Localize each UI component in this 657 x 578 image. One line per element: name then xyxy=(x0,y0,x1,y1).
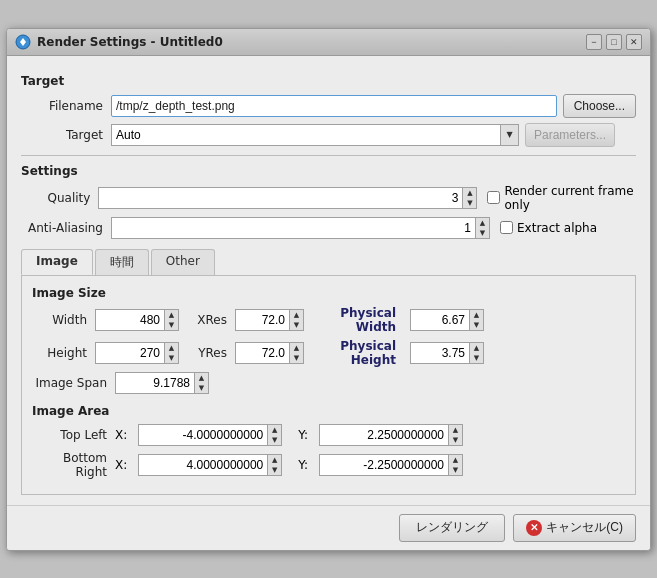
extract-alpha-checkbox[interactable] xyxy=(500,221,513,234)
image-span-up-button[interactable]: ▲ xyxy=(195,373,208,383)
phys-width-input[interactable] xyxy=(410,309,470,331)
xres-spinner-buttons: ▲ ▼ xyxy=(290,309,304,331)
quality-down-button[interactable]: ▼ xyxy=(463,198,476,208)
bottom-right-y-down-button[interactable]: ▼ xyxy=(449,465,462,475)
top-left-x-input[interactable] xyxy=(138,424,268,446)
xres-up-button[interactable]: ▲ xyxy=(290,310,303,320)
yres-input[interactable] xyxy=(235,342,290,364)
target-section-label: Target xyxy=(21,74,636,88)
top-left-x-spinner: ▲ ▼ xyxy=(138,424,282,446)
quality-input[interactable] xyxy=(98,187,463,209)
height-label: Height xyxy=(32,346,87,360)
image-area-label: Image Area xyxy=(32,404,625,418)
image-span-spinner: ▲ ▼ xyxy=(115,372,209,394)
top-left-y-spinner-buttons: ▲ ▼ xyxy=(449,424,463,446)
parameters-button[interactable]: Parameters... xyxy=(525,123,615,147)
tabs-row: Image 時間 Other xyxy=(21,249,636,276)
target-combo-input[interactable] xyxy=(111,124,501,146)
cancel-label: キャンセル(C) xyxy=(546,519,623,536)
filename-input[interactable] xyxy=(111,95,557,117)
xres-label: XRes xyxy=(187,313,227,327)
width-up-button[interactable]: ▲ xyxy=(165,310,178,320)
bottom-right-x-spinner: ▲ ▼ xyxy=(138,454,282,476)
bottom-right-x-input[interactable] xyxy=(138,454,268,476)
top-left-y-input[interactable] xyxy=(319,424,449,446)
tab-image[interactable]: Image xyxy=(21,249,93,275)
divider-1 xyxy=(21,155,636,156)
phys-height-spinner: ▲ ▼ xyxy=(410,342,484,364)
width-input[interactable] xyxy=(95,309,165,331)
xres-input[interactable] xyxy=(235,309,290,331)
phys-height-spinner-buttons: ▲ ▼ xyxy=(470,342,484,364)
bottom-right-x-up-button[interactable]: ▲ xyxy=(268,455,281,465)
render-frame-checkbox-wrap[interactable]: Render current frame only xyxy=(487,184,636,212)
quality-spinner-buttons: ▲ ▼ xyxy=(463,187,477,209)
render-frame-checkbox[interactable] xyxy=(487,191,500,204)
anti-alias-input[interactable] xyxy=(111,217,476,239)
quality-row: Quality ▲ ▼ Render current frame only xyxy=(21,184,636,212)
anti-alias-up-button[interactable]: ▲ xyxy=(476,218,489,228)
yres-spinner-buttons: ▲ ▼ xyxy=(290,342,304,364)
top-left-y-down-button[interactable]: ▼ xyxy=(449,435,462,445)
phys-height-down-button[interactable]: ▼ xyxy=(470,353,483,363)
bottom-right-y-label: Y: xyxy=(298,458,308,472)
tab-other[interactable]: Other xyxy=(151,249,215,275)
phys-width-spinner: ▲ ▼ xyxy=(410,309,484,331)
target-combo-arrow[interactable]: ▼ xyxy=(501,124,519,146)
top-left-x-up-button[interactable]: ▲ xyxy=(268,425,281,435)
phys-height-up-button[interactable]: ▲ xyxy=(470,343,483,353)
phys-height-input[interactable] xyxy=(410,342,470,364)
height-input[interactable] xyxy=(95,342,165,364)
footer: レンダリング ✕ キャンセル(C) xyxy=(7,505,650,550)
xres-down-button[interactable]: ▼ xyxy=(290,320,303,330)
height-spinner-buttons: ▲ ▼ xyxy=(165,342,179,364)
bottom-right-row: Bottom Right X: ▲ ▼ Y: xyxy=(32,451,625,479)
phys-width-up-button[interactable]: ▲ xyxy=(470,310,483,320)
phys-width-down-button[interactable]: ▼ xyxy=(470,320,483,330)
filename-label: Filename xyxy=(21,99,111,113)
phys-width-label: Physical Width xyxy=(312,306,402,334)
image-area-section: Image Area Top Left X: ▲ ▼ Y: xyxy=(32,404,625,479)
yres-up-button[interactable]: ▲ xyxy=(290,343,303,353)
close-button[interactable]: ✕ xyxy=(626,34,642,50)
top-left-x-down-button[interactable]: ▼ xyxy=(268,435,281,445)
top-left-y-label: Y: xyxy=(298,428,308,442)
quality-up-button[interactable]: ▲ xyxy=(463,188,476,198)
image-span-down-button[interactable]: ▼ xyxy=(195,383,208,393)
target-label: Target xyxy=(21,128,111,142)
bottom-right-label: Bottom Right xyxy=(32,451,107,479)
bottom-right-x-label: X: xyxy=(115,458,127,472)
choose-button[interactable]: Choose... xyxy=(563,94,636,118)
image-span-label: Image Span xyxy=(32,376,107,390)
target-row: Target ▼ Parameters... xyxy=(21,123,636,147)
top-left-y-up-button[interactable]: ▲ xyxy=(449,425,462,435)
height-up-button[interactable]: ▲ xyxy=(165,343,178,353)
anti-alias-down-button[interactable]: ▼ xyxy=(476,228,489,238)
tab-time[interactable]: 時間 xyxy=(95,249,149,275)
height-row: Height ▲ ▼ YRes ▲ xyxy=(32,339,625,367)
bottom-right-x-down-button[interactable]: ▼ xyxy=(268,465,281,475)
extract-alpha-label: Extract alpha xyxy=(517,221,597,235)
image-span-input[interactable] xyxy=(115,372,195,394)
app-icon xyxy=(15,34,31,50)
settings-section-label: Settings xyxy=(21,164,636,178)
render-frame-label: Render current frame only xyxy=(504,184,636,212)
image-size-section: Image Size Width ▲ ▼ XRes xyxy=(32,286,625,394)
anti-alias-row: Anti-Aliasing ▲ ▼ Extract alpha xyxy=(21,217,636,239)
width-down-button[interactable]: ▼ xyxy=(165,320,178,330)
anti-alias-label: Anti-Aliasing xyxy=(21,221,111,235)
cancel-button[interactable]: ✕ キャンセル(C) xyxy=(513,514,636,542)
render-button[interactable]: レンダリング xyxy=(399,514,505,542)
minimize-button[interactable]: − xyxy=(586,34,602,50)
yres-down-button[interactable]: ▼ xyxy=(290,353,303,363)
bottom-right-y-input[interactable] xyxy=(319,454,449,476)
anti-alias-spinner: ▲ ▼ xyxy=(111,217,490,239)
bottom-right-y-spinner: ▲ ▼ xyxy=(319,454,463,476)
top-left-y-spinner: ▲ ▼ xyxy=(319,424,463,446)
maximize-button[interactable]: □ xyxy=(606,34,622,50)
width-spinner-buttons: ▲ ▼ xyxy=(165,309,179,331)
bottom-right-y-up-button[interactable]: ▲ xyxy=(449,455,462,465)
height-down-button[interactable]: ▼ xyxy=(165,353,178,363)
extract-alpha-checkbox-wrap[interactable]: Extract alpha xyxy=(500,221,597,235)
render-settings-dialog: Render Settings - Untitled0 − □ ✕ Target… xyxy=(6,28,651,551)
